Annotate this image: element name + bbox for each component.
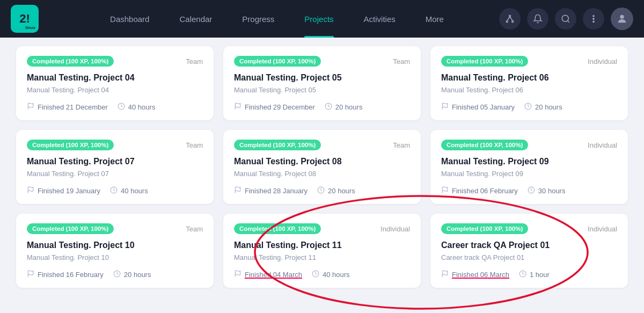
hours-text: 20 hours [328, 187, 355, 195]
card-type: Team [186, 141, 203, 149]
logo[interactable]: 2! linux [11, 5, 39, 33]
card-subtitle: Manual Testing. Project 10 [27, 253, 203, 261]
project-card-r0-c1[interactable]: Completed (100 XP, 100%)TeamManual Testi… [223, 46, 421, 120]
flag-icon [234, 270, 241, 279]
card-title: Manual Testing. Project 08 [234, 157, 410, 166]
card-footer: Finished 04 March40 hours [234, 270, 410, 279]
nav-link-progress[interactable]: Progress [227, 0, 289, 38]
svg-point-1 [506, 21, 508, 23]
hours-text: 40 hours [121, 187, 148, 195]
content: Completed (100 XP, 100%)TeamManual Testi… [0, 38, 644, 299]
card-title: Manual Testing. Project 05 [234, 73, 410, 83]
more-options-btn[interactable] [583, 8, 604, 30]
svg-line-3 [507, 17, 510, 21]
project-card-r0-c0[interactable]: Completed (100 XP, 100%)TeamManual Testi… [16, 46, 214, 120]
card-header: Completed (100 XP, 100%)Individual [234, 223, 410, 234]
projects-grid: Completed (100 XP, 100%)TeamManual Testi… [16, 46, 628, 288]
card-subtitle: Manual Testing. Project 11 [234, 253, 410, 261]
badge-completed: Completed (100 XP, 100%) [234, 140, 321, 150]
card-title: Manual Testing. Project 10 [27, 241, 203, 250]
search-icon-btn[interactable] [555, 8, 576, 30]
project-card-r2-c0[interactable]: Completed (100 XP, 100%)TeamManual Testi… [16, 214, 214, 288]
project-card-r2-c1[interactable]: Completed (100 XP, 100%)IndividualManual… [223, 214, 421, 288]
dots-icon [589, 14, 598, 24]
card-footer: Finished 05 January20 hours [441, 103, 617, 112]
clock-icon [524, 103, 532, 112]
nav-link-more[interactable]: More [411, 0, 459, 38]
card-title: Manual Testing. Project 11 [234, 241, 410, 250]
card-date: Finished 28 January [234, 186, 308, 195]
flag-icon [234, 103, 241, 112]
bell-icon-btn[interactable] [527, 8, 548, 30]
project-card-r0-c2[interactable]: Completed (100 XP, 100%)IndividualManual… [430, 46, 628, 120]
project-card-r2-c2[interactable]: Completed (100 XP, 100%)IndividualCareer… [430, 214, 628, 288]
flag-icon [234, 186, 241, 195]
badge-completed: Completed (100 XP, 100%) [441, 140, 528, 150]
card-footer: Finished 21 December40 hours [27, 103, 203, 112]
flag-icon [27, 270, 34, 279]
svg-point-0 [509, 15, 511, 17]
badge-completed: Completed (100 XP, 100%) [441, 223, 528, 234]
card-hours: 40 hours [110, 186, 148, 195]
svg-point-7 [593, 16, 594, 17]
svg-point-8 [593, 18, 594, 19]
project-card-r1-c0[interactable]: Completed (100 XP, 100%)TeamManual Testi… [16, 130, 214, 204]
card-date: Finished 06 March [441, 270, 509, 279]
hours-text: 1 hour [530, 271, 550, 279]
card-date: Finished 29 December [234, 103, 315, 112]
card-type: Team [393, 141, 410, 149]
card-date: Finished 21 December [27, 103, 108, 112]
nav-link-projects[interactable]: Projects [289, 0, 348, 38]
card-footer: Finished 19 January40 hours [27, 186, 203, 195]
card-header: Completed (100 XP, 100%)Team [27, 223, 203, 234]
network-icon-btn[interactable] [499, 8, 521, 30]
project-card-r1-c1[interactable]: Completed (100 XP, 100%)TeamManual Testi… [223, 130, 421, 204]
date-text: Finished 06 February [452, 187, 518, 195]
nav-link-dashboard[interactable]: Dashboard [95, 0, 164, 38]
flag-icon [441, 186, 449, 195]
hours-text: 20 hours [335, 103, 363, 111]
network-icon [505, 14, 515, 24]
clock-icon [113, 270, 121, 279]
card-hours: 20 hours [524, 103, 562, 112]
hours-text: 20 hours [124, 271, 151, 279]
card-title: Manual Testing. Project 06 [441, 73, 617, 83]
card-subtitle: Manual Testing. Project 04 [27, 86, 203, 94]
avatar-icon [616, 13, 628, 25]
badge-completed: Completed (100 XP, 100%) [27, 140, 114, 150]
project-card-r1-c2[interactable]: Completed (100 XP, 100%)IndividualManual… [430, 130, 628, 204]
card-hours: 40 hours [312, 270, 350, 279]
date-text: Finished 21 December [38, 103, 108, 111]
date-text: Finished 29 December [245, 103, 315, 111]
date-text: Finished 16 February [38, 271, 104, 279]
card-type: Team [186, 57, 203, 65]
card-subtitle: Career track QA Project 01 [441, 253, 617, 261]
card-header: Completed (100 XP, 100%)Individual [441, 56, 617, 67]
hours-text: 40 hours [323, 271, 350, 279]
card-hours: 1 hour [519, 270, 550, 279]
hours-text: 30 hours [538, 187, 566, 195]
card-type: Individual [588, 141, 617, 149]
card-date: Finished 06 February [441, 186, 518, 195]
nav-link-activities[interactable]: Activities [349, 0, 411, 38]
card-hours: 30 hours [528, 186, 566, 195]
date-text: Finished 06 March [452, 271, 509, 279]
svg-line-4 [510, 17, 513, 21]
date-text: Finished 28 January [245, 187, 308, 195]
card-title: Manual Testing. Project 09 [441, 157, 617, 166]
date-text: Finished 04 March [245, 271, 302, 279]
card-hours: 20 hours [317, 186, 355, 195]
nav-link-calendar[interactable]: Calendar [164, 0, 227, 38]
card-type: Individual [588, 225, 617, 233]
card-title: Manual Testing. Project 04 [27, 73, 203, 83]
date-text: Finished 19 January [38, 187, 100, 195]
card-type: Team [393, 57, 410, 65]
card-date: Finished 16 February [27, 270, 104, 279]
card-footer: Finished 29 December20 hours [234, 103, 410, 112]
card-header: Completed (100 XP, 100%)Team [27, 140, 203, 150]
clock-icon [317, 186, 325, 195]
card-hours: 20 hours [325, 103, 363, 112]
svg-point-5 [562, 15, 568, 21]
card-footer: Finished 06 February30 hours [441, 186, 617, 195]
avatar[interactable] [611, 8, 633, 30]
